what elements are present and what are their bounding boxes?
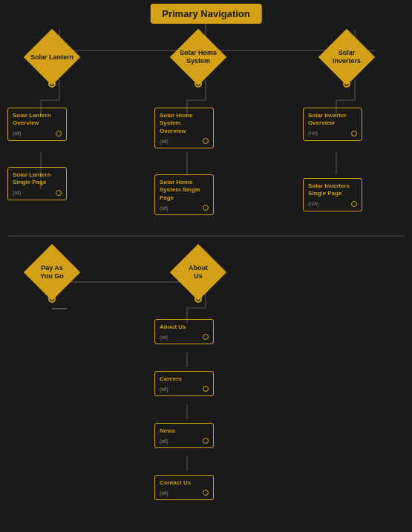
about-us-card-2[interactable]: Careers (all) [154, 371, 221, 396]
solar-home-card-2[interactable]: Solar Home System Single Page (all) [154, 174, 221, 215]
card-dot [56, 131, 62, 137]
card-badge: (all) [160, 139, 169, 144]
card-badge: (n/r) [308, 131, 318, 136]
solar-inverters-card-1[interactable]: Solar Inverter Overview (n/r) [303, 108, 370, 141]
solar-home-card-1[interactable]: Solar Home System Overview (all) [154, 108, 221, 148]
card-title: Solar Inverters Single Page [308, 183, 357, 198]
solar-home-system-label: Solar HomeSystem [176, 49, 220, 65]
pay-as-you-go-dash [52, 308, 67, 309]
card-badge: (all) [160, 206, 169, 211]
card-badge: (all) [13, 131, 22, 136]
card-badge: (all) [160, 387, 169, 392]
solar-lantern-card-1[interactable]: Solar Lantern Overview (all) [7, 108, 74, 141]
card-dot [56, 190, 62, 196]
card-title: Solar Home System Single Page [160, 179, 209, 202]
card-title: Solar Inverter Overview [308, 112, 357, 128]
card-badge: (n/4) [308, 201, 318, 206]
solar-lantern-card-2[interactable]: Solar Lantern Single Page (all) [7, 167, 74, 200]
pay-as-you-go-label: Pay AsYou Go [30, 264, 74, 280]
primary-navigation-badge: Primary Navigation [150, 4, 262, 24]
about-us-card-1[interactable]: About Us (all) [154, 319, 221, 344]
about-us-card-3[interactable]: News (all) [154, 423, 221, 448]
solar-inverters-diamond[interactable]: SolarInverters [327, 37, 367, 77]
solar-inverters-label: SolarInverters [324, 49, 369, 65]
card-dot [203, 205, 209, 211]
solar-inverters-card-2[interactable]: Solar Inverters Single Page (n/4) [303, 178, 370, 211]
about-us-diamond[interactable]: AboutUs [178, 252, 218, 292]
card-dot [203, 386, 209, 392]
solar-lantern-diamond[interactable]: Solar Lantern [32, 37, 72, 77]
card-badge: (all) [13, 190, 22, 195]
card-title: News [160, 427, 209, 435]
pay-as-you-go-diamond[interactable]: Pay AsYou Go [32, 252, 72, 292]
card-badge: (all) [160, 335, 169, 340]
card-badge: (all) [160, 490, 169, 496]
card-title: Solar Lantern Single Page [13, 171, 62, 187]
solar-home-system-diamond[interactable]: Solar HomeSystem [178, 37, 218, 77]
card-title: About Us [160, 324, 209, 331]
about-us-label: AboutUs [176, 264, 220, 280]
solar-lantern-label: Solar Lantern [30, 53, 74, 62]
card-dot [203, 334, 209, 340]
card-title: Solar Lantern Overview [13, 112, 62, 128]
card-dot [203, 138, 209, 144]
card-dot [351, 131, 357, 137]
card-title: Contact Us [160, 479, 209, 487]
about-us-card-4[interactable]: Contact Us (all) [154, 475, 221, 500]
card-title: Solar Home System Overview [160, 112, 209, 135]
card-dot [203, 490, 209, 496]
card-title: Careers [160, 375, 209, 383]
card-badge: (all) [160, 439, 169, 444]
card-dot [351, 201, 357, 207]
card-dot [203, 438, 209, 444]
